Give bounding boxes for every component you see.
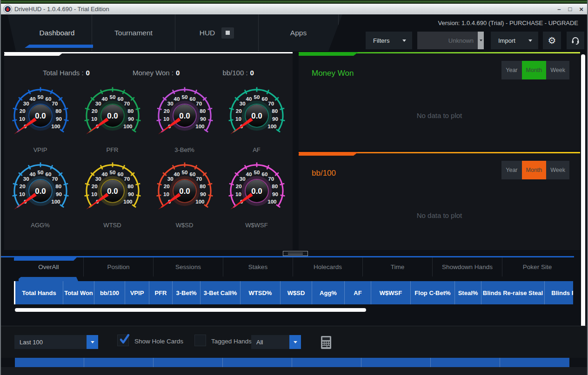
svg-text:90: 90 — [200, 191, 206, 197]
range-button-year[interactable]: Year — [501, 161, 521, 179]
show-hole-cards-label[interactable]: Show Hole Cards — [134, 338, 183, 345]
svg-text:0.0: 0.0 — [251, 187, 262, 196]
chart-topline-thick — [299, 52, 359, 56]
svg-text:40: 40 — [101, 171, 107, 177]
svg-text:10: 10 — [19, 116, 25, 122]
import-button[interactable]: Import — [491, 32, 538, 49]
titlebar[interactable]: DriveHUD - 1.0.4.690 - Trial Edition – □… — [0, 4, 588, 14]
column-header-af[interactable]: AF — [345, 281, 371, 304]
hands-grid-header-cell — [500, 358, 569, 367]
settings-button[interactable]: ⚙ — [543, 32, 561, 49]
splitter-handle[interactable] — [283, 251, 308, 256]
report-tab-sessions[interactable]: Sessions — [154, 257, 223, 276]
svg-text:50: 50 — [181, 169, 187, 175]
range-toggle: YearMonthWeek — [501, 161, 569, 179]
gauge-af: 01020304050607080901000.0AF — [220, 82, 293, 158]
column-header-3-bet-[interactable]: 3-Bet% — [173, 281, 200, 304]
column-header-agg-[interactable]: Agg% — [312, 281, 345, 304]
svg-text:60: 60 — [117, 171, 123, 177]
nav-tab-hud[interactable]: HUD — [175, 14, 259, 51]
column-header-vpip[interactable]: VPIP — [125, 281, 149, 304]
svg-text:10: 10 — [163, 191, 169, 197]
report-tab-overall[interactable]: OverAll — [14, 257, 84, 276]
column-header-steal-[interactable]: Steal% — [455, 281, 481, 304]
range-button-week[interactable]: Week — [546, 61, 569, 79]
chart-topline — [299, 52, 580, 57]
svg-text:40: 40 — [101, 96, 107, 102]
column-header-flop-c-bet-[interactable]: Flop C-Bet% — [411, 281, 455, 304]
tag-select[interactable]: All — [251, 335, 301, 349]
report-tab-stakes[interactable]: Stakes — [223, 257, 293, 276]
svg-text:30: 30 — [239, 100, 245, 106]
chart-topline — [299, 152, 580, 157]
column-header-blinds-fold-to-steal[interactable]: Blinds Fold to Steal — [545, 281, 573, 304]
svg-text:60: 60 — [45, 171, 51, 177]
version-purchase-upgrade-link[interactable]: Version: 1.0.4.690 (Trial) - PURCHASE - … — [438, 20, 579, 26]
svg-text:90: 90 — [272, 116, 278, 122]
column-header-wtsd-[interactable]: WTSD% — [241, 281, 281, 304]
svg-text:80: 80 — [55, 108, 61, 114]
hands-grid-header-cell — [15, 358, 84, 367]
svg-text:50: 50 — [109, 94, 115, 100]
svg-text:40: 40 — [174, 96, 180, 102]
range-button-month[interactable]: Month — [522, 61, 547, 79]
minimize-button[interactable]: – — [557, 6, 561, 12]
summary-bb100: bb/100 :0 — [222, 69, 254, 77]
report-tab-position[interactable]: Position — [84, 257, 154, 276]
column-header-3-bet-call-[interactable]: 3-Bet Call% — [200, 281, 241, 304]
import-label: Import — [498, 37, 515, 44]
hud-stop-button[interactable] — [221, 27, 234, 39]
report-tab-time[interactable]: Time — [363, 257, 433, 276]
show-hole-cards-checkbox[interactable] — [117, 335, 129, 346]
active-tab-underline — [25, 45, 93, 48]
vertical-scrollbar[interactable] — [581, 54, 585, 352]
range-button-year[interactable]: Year — [501, 61, 521, 79]
svg-text:80: 80 — [55, 183, 61, 189]
nav-tab-label: Tournament — [114, 29, 153, 37]
check-icon — [118, 333, 131, 346]
gauge-vpip: 01020304050607080901000.0VPIP — [4, 82, 76, 158]
filters-button[interactable]: Filters — [366, 32, 412, 49]
maximize-button[interactable]: □ — [568, 6, 572, 12]
select-arrow-strip[interactable] — [478, 32, 484, 49]
hands-grid-header-cell — [292, 358, 361, 367]
select-dropdown-button[interactable] — [289, 335, 301, 349]
nav-tab-tournament[interactable]: Tournament — [92, 14, 175, 51]
report-tab-showdown-hands[interactable]: Showdown Hands — [433, 257, 502, 276]
svg-text:10: 10 — [235, 191, 241, 197]
column-header-w-wsf[interactable]: W$WSF — [371, 281, 411, 304]
tagged-hands-label[interactable]: Tagged Hands — [211, 338, 252, 345]
hands-count-select[interactable]: Last 100 — [14, 335, 98, 349]
tag-select-value: All — [251, 339, 263, 346]
stats-header-tab-accent — [19, 277, 78, 281]
svg-text:60: 60 — [189, 171, 195, 177]
column-header-pfr[interactable]: PFR — [149, 281, 173, 304]
svg-text:30: 30 — [23, 176, 29, 182]
svg-text:20: 20 — [163, 183, 169, 189]
svg-text:50: 50 — [254, 169, 260, 175]
calculator-button[interactable] — [321, 336, 333, 350]
no-data-text: No data to plot — [299, 112, 580, 119]
gauge-label: VPIP — [33, 146, 47, 153]
nav-tab-apps[interactable]: Apps — [259, 14, 339, 51]
report-tab-poker-site[interactable]: Poker Site — [502, 257, 572, 276]
range-button-month[interactable]: Month — [522, 161, 547, 179]
poker-site-select[interactable]: Unknown — [417, 32, 484, 49]
column-header-blinds-re-raise-steal[interactable]: Blinds Re-raise Steal — [481, 281, 545, 304]
report-tab-holecards[interactable]: Holecards — [293, 257, 363, 276]
select-dropdown-button[interactable] — [87, 335, 98, 349]
column-header-total-hands[interactable]: Total Hands — [15, 281, 63, 304]
svg-text:20: 20 — [19, 108, 25, 114]
tagged-hands-checkbox[interactable] — [194, 335, 206, 346]
column-header-bb-100[interactable]: bb/100 — [94, 281, 125, 304]
column-header-total-won[interactable]: Total Won — [63, 281, 94, 304]
column-header-w-sd[interactable]: W$SD — [281, 281, 312, 304]
support-button[interactable] — [567, 32, 584, 49]
gauge-label: AF — [253, 146, 261, 153]
close-button[interactable]: × — [579, 6, 583, 13]
horizontal-scrollbar[interactable] — [15, 308, 366, 312]
range-button-week[interactable]: Week — [546, 161, 569, 179]
svg-text:30: 30 — [95, 100, 101, 106]
svg-text:20: 20 — [235, 183, 241, 189]
chevron-down-icon — [528, 39, 532, 42]
